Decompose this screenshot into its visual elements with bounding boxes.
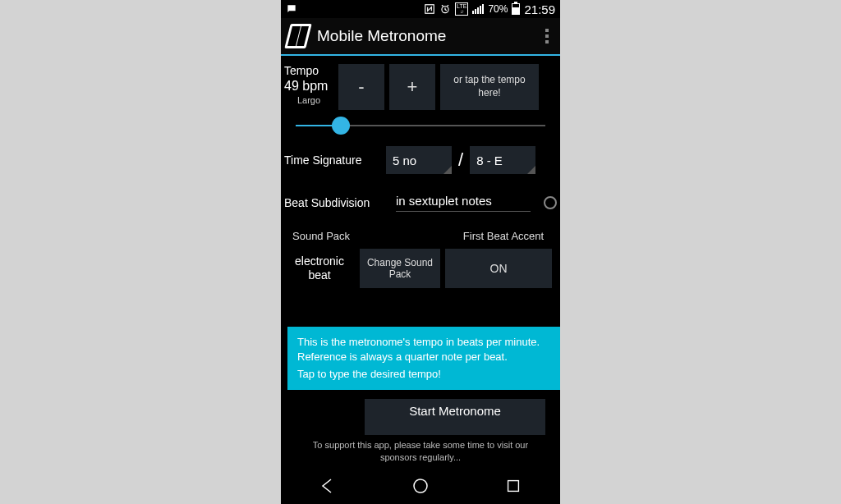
tooltip-line2: Tap to type the desired tempo! bbox=[297, 367, 550, 382]
lte-indicator: LTE ↓↑ bbox=[455, 2, 468, 16]
battery-icon bbox=[512, 3, 520, 15]
clock: 21:59 bbox=[524, 2, 555, 16]
content: Tempo 49 bpm Largo - + or tap the tempo … bbox=[281, 56, 560, 468]
time-signature-denominator[interactable]: 8 - E bbox=[470, 146, 535, 174]
start-metronome-button[interactable]: Start Metronome bbox=[365, 399, 545, 435]
tempo-slider-thumb[interactable] bbox=[332, 117, 350, 135]
tempo-readout[interactable]: Tempo 49 bpm Largo bbox=[284, 64, 333, 105]
svg-rect-3 bbox=[508, 481, 519, 492]
tempo-plus-button[interactable]: + bbox=[389, 64, 435, 110]
phone-frame: LTE ↓↑ 70% 21:59 Mobile Metronome Tempo … bbox=[281, 0, 560, 504]
time-signature-slash: / bbox=[458, 149, 463, 171]
first-beat-accent-header: First Beat Accent bbox=[450, 230, 557, 242]
tempo-bpm: 49 bpm bbox=[284, 79, 333, 94]
alarm-icon bbox=[439, 3, 451, 15]
navigation-bar bbox=[281, 468, 560, 504]
app-title: Mobile Metronome bbox=[317, 27, 540, 45]
tempo-label: Tempo bbox=[284, 64, 333, 77]
overflow-menu-button[interactable] bbox=[540, 24, 554, 48]
change-sound-pack-button[interactable]: Change Sound Pack bbox=[360, 249, 440, 288]
time-signature-label: Time Signature bbox=[284, 153, 379, 167]
back-button[interactable] bbox=[303, 471, 352, 501]
message-icon bbox=[286, 3, 297, 15]
beat-subdivision-value[interactable]: in sextuplet notes bbox=[396, 194, 531, 212]
action-bar: Mobile Metronome bbox=[281, 18, 560, 56]
home-button[interactable] bbox=[396, 471, 445, 501]
beat-subdivision-radio[interactable] bbox=[544, 196, 557, 209]
tempo-minus-button[interactable]: - bbox=[338, 64, 384, 110]
svg-point-2 bbox=[414, 479, 427, 493]
tooltip-line1: This is the metronome's tempo in beats p… bbox=[297, 335, 550, 364]
tempo-tooltip[interactable]: This is the metronome's tempo in beats p… bbox=[287, 327, 560, 390]
time-signature-numerator[interactable]: 5 no bbox=[386, 146, 452, 174]
tempo-slider[interactable] bbox=[296, 125, 545, 126]
beat-subdivision-label: Beat Subdivision bbox=[284, 196, 388, 209]
recent-apps-button[interactable] bbox=[489, 471, 538, 501]
sound-pack-header: Sound Pack bbox=[284, 230, 450, 242]
signal-icon bbox=[472, 4, 484, 14]
tempo-name: Largo bbox=[284, 95, 333, 105]
battery-pct: 70% bbox=[488, 3, 508, 15]
status-bar: LTE ↓↑ 70% 21:59 bbox=[281, 0, 560, 18]
first-beat-accent-toggle[interactable]: ON bbox=[445, 249, 552, 288]
app-icon bbox=[284, 24, 311, 48]
tap-tempo-button[interactable]: or tap the tempo here! bbox=[440, 64, 539, 110]
sound-pack-name: electronic beat bbox=[284, 254, 355, 282]
sponsor-text: To support this app, please take some ti… bbox=[281, 439, 560, 463]
nfc-icon bbox=[424, 3, 435, 15]
